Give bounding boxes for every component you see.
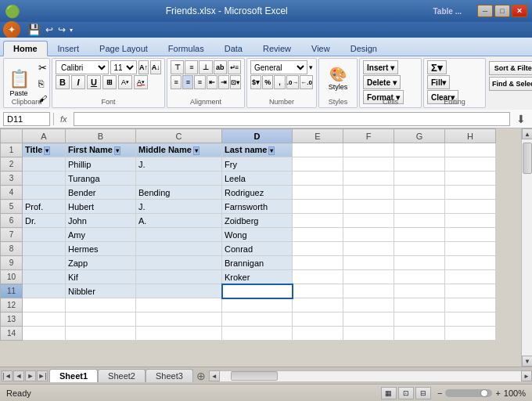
tab-home[interactable]: Home <box>3 41 48 56</box>
cell-F14[interactable] <box>343 327 394 341</box>
cell-D8[interactable]: Conrad <box>222 242 293 256</box>
filter-arrow-a[interactable]: ▾ <box>44 146 50 155</box>
horizontal-scrollbar[interactable]: ◄ ► <box>209 370 532 381</box>
cell-B14[interactable] <box>66 327 136 341</box>
cell-A1[interactable]: Title▾ <box>23 143 66 157</box>
merge-center-button[interactable]: ⊡▾ <box>230 75 241 89</box>
cell-D5[interactable]: Farnsworth <box>222 200 293 214</box>
cell-A14[interactable] <box>23 327 66 341</box>
col-header-c[interactable]: C <box>136 129 222 143</box>
last-sheet-button[interactable]: ►| <box>37 370 48 381</box>
cell-E10[interactable] <box>293 270 343 284</box>
cell-C12[interactable] <box>136 298 222 312</box>
cell-C8[interactable] <box>136 242 222 256</box>
tab-view[interactable]: View <box>301 41 340 56</box>
formula-input[interactable] <box>74 112 510 126</box>
tab-review[interactable]: Review <box>253 41 301 56</box>
cell-B8[interactable]: Hermes <box>66 242 136 256</box>
cell-H5[interactable] <box>445 200 496 214</box>
tab-page-layout[interactable]: Page Layout <box>89 41 158 56</box>
cell-B7[interactable]: Amy <box>66 228 136 242</box>
cell-D4[interactable]: Rodriguez <box>222 186 293 200</box>
cell-F11[interactable] <box>343 284 394 298</box>
fill-color-button[interactable]: A▾ <box>118 75 132 89</box>
scroll-down-button[interactable]: ▼ <box>522 356 532 367</box>
font-name-select[interactable]: Calibri <box>56 60 109 74</box>
cell-C6[interactable]: A. <box>136 214 222 228</box>
filter-arrow-d[interactable]: ▾ <box>268 146 275 155</box>
cell-H14[interactable] <box>445 327 496 341</box>
cell-D6[interactable]: Zoidberg <box>222 214 293 228</box>
copy-button[interactable]: ⎘ <box>36 77 49 91</box>
underline-button[interactable]: U <box>87 75 101 89</box>
cell-E7[interactable] <box>293 228 343 242</box>
cell-H10[interactable] <box>445 270 496 284</box>
row-header-10[interactable]: 10 <box>1 270 23 284</box>
row-header-7[interactable]: 7 <box>1 228 23 242</box>
expand-formula-button[interactable]: ⬇ <box>513 113 529 125</box>
cell-F6[interactable] <box>343 214 394 228</box>
cell-C5[interactable]: J. <box>136 200 222 214</box>
cell-E2[interactable] <box>293 157 343 172</box>
cell-G14[interactable] <box>394 327 445 341</box>
cell-B6[interactable]: John <box>66 214 136 228</box>
cell-E14[interactable] <box>293 327 343 341</box>
cell-H3[interactable] <box>445 172 496 186</box>
quick-redo[interactable]: ↪ <box>58 24 66 35</box>
row-header-3[interactable]: 3 <box>1 172 23 186</box>
maximize-button[interactable]: □ <box>494 5 510 17</box>
cell-A5[interactable]: Prof. <box>23 200 66 214</box>
scroll-up-button[interactable]: ▲ <box>522 128 532 139</box>
cell-C10[interactable] <box>136 270 222 284</box>
cell-G11[interactable] <box>394 284 445 298</box>
cell-A8[interactable] <box>23 242 66 256</box>
tab-data[interactable]: Data <box>214 41 253 56</box>
add-sheet-button[interactable]: ⊕ <box>196 370 206 382</box>
cell-B4[interactable]: Bender <box>66 186 136 200</box>
cell-D11[interactable] <box>222 284 293 298</box>
tab-formulas[interactable]: Formulas <box>158 41 214 56</box>
cell-H1[interactable] <box>445 143 496 157</box>
delete-cells-button[interactable]: Delete ▾ <box>363 75 401 89</box>
close-button[interactable]: ✕ <box>512 5 527 17</box>
cell-D3[interactable]: Leela <box>222 172 293 186</box>
decrease-indent-button[interactable]: ⇤ <box>207 75 217 89</box>
col-header-a[interactable]: A <box>23 129 66 143</box>
scroll-left-button[interactable]: ◄ <box>209 370 220 381</box>
cell-G6[interactable] <box>394 214 445 228</box>
row-header-6[interactable]: 6 <box>1 214 23 228</box>
cell-G3[interactable] <box>394 172 445 186</box>
cell-F13[interactable] <box>343 312 394 327</box>
cell-D10[interactable]: Kroker <box>222 270 293 284</box>
cell-F3[interactable] <box>343 172 394 186</box>
number-format-select[interactable]: General <box>250 60 307 74</box>
align-right-button[interactable]: ≡ <box>194 75 205 89</box>
cell-A7[interactable] <box>23 228 66 242</box>
cell-B10[interactable]: Kif <box>66 270 136 284</box>
cell-A9[interactable] <box>23 256 66 270</box>
cell-E13[interactable] <box>293 312 343 327</box>
cell-D13[interactable] <box>222 312 293 327</box>
cell-E12[interactable] <box>293 298 343 312</box>
cell-B9[interactable]: Zapp <box>66 256 136 270</box>
percent-button[interactable]: % <box>262 75 273 89</box>
cell-G1[interactable] <box>394 143 445 157</box>
sum-button[interactable]: Σ▾ <box>427 60 447 74</box>
cell-G2[interactable] <box>394 157 445 172</box>
cell-A12[interactable] <box>23 298 66 312</box>
page-break-view-button[interactable]: ⊟ <box>415 387 431 399</box>
cell-C4[interactable]: Bending <box>136 186 222 200</box>
cell-A3[interactable] <box>23 172 66 186</box>
minimize-button[interactable]: ─ <box>477 5 493 17</box>
cell-B5[interactable]: Hubert <box>66 200 136 214</box>
quick-dropdown[interactable]: ▾ <box>70 27 73 34</box>
row-header-5[interactable]: 5 <box>1 200 23 214</box>
cell-F9[interactable] <box>343 256 394 270</box>
find-select-button[interactable]: Find & Select▾ <box>489 77 532 91</box>
office-button[interactable]: ✦ <box>3 21 20 38</box>
tab-design[interactable]: Design <box>340 41 387 56</box>
cell-E4[interactable] <box>293 186 343 200</box>
cell-D9[interactable]: Brannigan <box>222 256 293 270</box>
cell-C2[interactable]: J. <box>136 157 222 172</box>
number-format-dropdown[interactable]: ▾ <box>309 63 313 71</box>
